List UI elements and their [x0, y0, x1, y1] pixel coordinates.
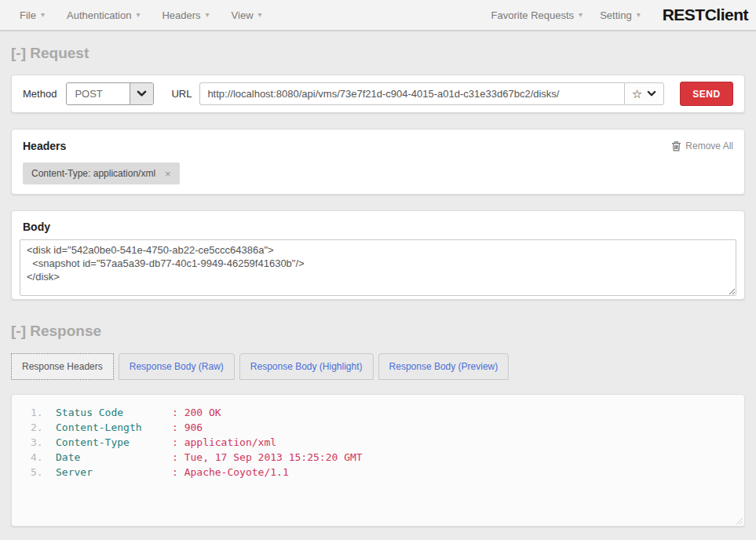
caret-down-icon: ▾: [637, 11, 641, 19]
tab-response-body-raw[interactable]: Response Body (Raw): [119, 353, 235, 380]
menu-view-label: View: [232, 9, 254, 21]
line-number: 2.: [31, 420, 56, 435]
trash-icon: [671, 140, 681, 151]
response-header-name: Content-Type: [56, 435, 172, 450]
tab-response-body-preview[interactable]: Response Body (Preview): [378, 353, 509, 380]
method-select[interactable]: POST: [66, 82, 154, 105]
body-panel-title: Body: [23, 221, 736, 233]
response-header-name: Status Code: [56, 405, 172, 420]
url-label: URL: [171, 88, 192, 100]
response-header-name: Server: [56, 465, 172, 480]
tab-response-body-highlight[interactable]: Response Body (Highlight): [239, 353, 374, 380]
caret-down-icon: ▾: [136, 11, 140, 19]
menu-favorite-requests[interactable]: Favorite Requests ▾: [491, 9, 583, 21]
headers-panel-title: Headers: [23, 140, 66, 152]
body-panel: Body <disk id="542a0be0-541e-4750-ab22-c…: [11, 210, 745, 300]
close-icon[interactable]: ×: [165, 169, 171, 179]
response-header-value: : 906: [172, 420, 203, 435]
menu-file-label: File: [20, 9, 36, 21]
response-header-row: 1. Status Code : 200 OK: [12, 405, 744, 420]
caret-down-icon: ▾: [258, 11, 262, 19]
response-header-row: 4. Date : Tue, 17 Sep 2013 15:25:20 GMT: [12, 450, 744, 465]
menu-view[interactable]: View ▾: [232, 9, 262, 21]
response-header-name: Date: [56, 450, 172, 465]
star-icon: ☆: [632, 88, 642, 100]
menu-setting[interactable]: Setting ▾: [600, 9, 641, 21]
request-panel: Method POST URL ☆ SEND: [11, 75, 745, 113]
navbar-right-menu: Favorite Requests ▾ Setting ▾ RESTClient: [491, 5, 748, 24]
menu-favorite-requests-label: Favorite Requests: [491, 9, 575, 21]
resize-grip-icon[interactable]: [735, 516, 743, 524]
remove-all-label: Remove All: [685, 140, 733, 151]
response-header-value: : Apache-Coyote/1.1: [172, 465, 289, 480]
url-favorites-dropdown-button[interactable]: ☆: [624, 82, 664, 105]
url-input[interactable]: [199, 82, 624, 105]
line-number: 5.: [31, 465, 56, 480]
line-number: 4.: [31, 450, 56, 465]
header-tag[interactable]: Content-Type: application/xml ×: [23, 162, 180, 184]
main-content: [-] Request Method POST URL ☆ SEND Heade…: [0, 45, 756, 527]
method-selected-value: POST: [67, 83, 130, 104]
app-brand: RESTClient: [663, 5, 748, 24]
menu-setting-label: Setting: [600, 9, 631, 21]
remove-all-button[interactable]: Remove All: [671, 140, 733, 151]
caret-down-icon: ▾: [206, 11, 210, 19]
header-tags: Content-Type: application/xml ×: [23, 162, 733, 184]
tab-response-headers[interactable]: Response Headers: [11, 353, 114, 380]
response-header-value: : 200 OK: [172, 405, 221, 420]
send-button[interactable]: SEND: [680, 82, 733, 106]
caret-down-icon: ▾: [579, 11, 583, 19]
url-input-group: ☆: [199, 82, 664, 105]
menu-authentication-label: Authentication: [67, 9, 131, 21]
response-header-value: : application/xml: [172, 435, 276, 450]
response-header-row: 2. Content-Length : 906: [12, 420, 744, 435]
chevron-down-icon: [647, 90, 656, 97]
response-tabs: Response Headers Response Body (Raw) Res…: [11, 353, 745, 380]
menu-headers[interactable]: Headers ▾: [162, 9, 209, 21]
method-label: Method: [23, 88, 57, 100]
request-section-toggle[interactable]: [-] Request: [11, 45, 745, 62]
chevron-down-icon: [130, 83, 153, 104]
menu-headers-label: Headers: [162, 9, 200, 21]
response-headers-panel: 1. Status Code : 200 OK 2. Content-Lengt…: [11, 394, 745, 527]
navbar: File ▾ Authentication ▾ Headers ▾ View ▾…: [0, 0, 756, 31]
response-header-row: 5. Server : Apache-Coyote/1.1: [12, 465, 744, 480]
headers-panel-head: Headers Remove All: [23, 140, 733, 152]
navbar-left-menu: File ▾ Authentication ▾ Headers ▾ View ▾: [20, 9, 262, 21]
headers-panel: Headers Remove All Content-Type: applica…: [11, 129, 745, 195]
response-header-value: : Tue, 17 Sep 2013 15:25:20 GMT: [172, 450, 363, 465]
header-tag-label: Content-Type: application/xml: [31, 168, 155, 179]
caret-down-icon: ▾: [41, 11, 45, 19]
response-header-name: Content-Length: [56, 420, 172, 435]
response-header-row: 3. Content-Type : application/xml: [12, 435, 744, 450]
line-number: 3.: [31, 435, 56, 450]
request-body-textarea[interactable]: <disk id="542a0be0-541e-4750-ab22-ce5ccc…: [20, 239, 736, 296]
menu-authentication[interactable]: Authentication ▾: [67, 9, 140, 21]
menu-file[interactable]: File ▾: [20, 9, 45, 21]
response-section-toggle[interactable]: [-] Response: [11, 323, 745, 340]
line-number: 1.: [31, 405, 56, 420]
